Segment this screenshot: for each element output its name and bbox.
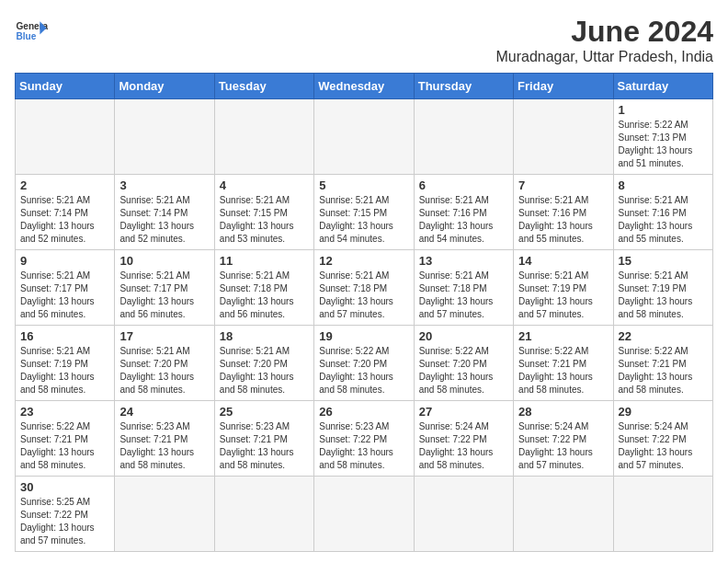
calendar-cell: 27Sunrise: 5:24 AM Sunset: 7:22 PM Dayli… (414, 401, 513, 477)
day-info: Sunrise: 5:21 AM Sunset: 7:16 PM Dayligh… (619, 194, 708, 246)
calendar-cell: 9Sunrise: 5:21 AM Sunset: 7:17 PM Daylig… (16, 250, 115, 326)
day-info: Sunrise: 5:21 AM Sunset: 7:18 PM Dayligh… (319, 270, 408, 321)
day-info: Sunrise: 5:21 AM Sunset: 7:16 PM Dayligh… (419, 194, 508, 246)
calendar-cell: 13Sunrise: 5:21 AM Sunset: 7:18 PM Dayli… (414, 250, 513, 326)
calendar-cell: 20Sunrise: 5:22 AM Sunset: 7:20 PM Dayli… (414, 326, 513, 401)
calendar-cell: 7Sunrise: 5:21 AM Sunset: 7:16 PM Daylig… (514, 175, 613, 250)
day-number: 16 (20, 329, 109, 343)
day-info: Sunrise: 5:21 AM Sunset: 7:16 PM Dayligh… (518, 194, 608, 246)
calendar-cell: 15Sunrise: 5:21 AM Sunset: 7:19 PM Dayli… (613, 250, 712, 326)
day-number: 22 (619, 329, 708, 343)
day-number: 2 (20, 178, 109, 192)
calendar-cell (514, 99, 613, 175)
calendar-cell: 25Sunrise: 5:23 AM Sunset: 7:21 PM Dayli… (214, 401, 313, 477)
page-header: General Blue June 2024 Muradnagar, Uttar… (15, 15, 713, 65)
calendar-cell: 28Sunrise: 5:24 AM Sunset: 7:22 PM Dayli… (514, 401, 613, 477)
calendar-cell: 14Sunrise: 5:21 AM Sunset: 7:19 PM Dayli… (514, 250, 613, 326)
col-header-wednesday: Wednesday (314, 74, 414, 99)
calendar-cell (314, 477, 414, 552)
calendar-cell: 22Sunrise: 5:22 AM Sunset: 7:21 PM Dayli… (613, 326, 712, 401)
day-number: 13 (419, 254, 508, 268)
day-info: Sunrise: 5:22 AM Sunset: 7:20 PM Dayligh… (319, 345, 408, 396)
day-number: 14 (518, 254, 608, 268)
day-number: 20 (419, 329, 508, 343)
day-info: Sunrise: 5:21 AM Sunset: 7:19 PM Dayligh… (518, 270, 608, 321)
calendar-cell: 21Sunrise: 5:22 AM Sunset: 7:21 PM Dayli… (514, 326, 613, 401)
day-number: 17 (119, 329, 209, 343)
day-info: Sunrise: 5:24 AM Sunset: 7:22 PM Dayligh… (518, 420, 608, 472)
day-number: 29 (619, 405, 708, 419)
day-info: Sunrise: 5:21 AM Sunset: 7:18 PM Dayligh… (220, 270, 309, 321)
calendar-cell (314, 99, 414, 175)
svg-text:Blue: Blue (16, 31, 36, 41)
day-number: 5 (319, 178, 408, 192)
day-info: Sunrise: 5:24 AM Sunset: 7:22 PM Dayligh… (419, 420, 508, 472)
calendar-cell: 6Sunrise: 5:21 AM Sunset: 7:16 PM Daylig… (414, 175, 513, 250)
day-number: 25 (220, 405, 309, 419)
day-info: Sunrise: 5:21 AM Sunset: 7:17 PM Dayligh… (119, 270, 209, 321)
day-number: 8 (619, 178, 708, 192)
day-number: 30 (20, 480, 109, 494)
calendar-cell: 23Sunrise: 5:22 AM Sunset: 7:21 PM Dayli… (16, 401, 115, 477)
calendar-week-6: 30Sunrise: 5:25 AM Sunset: 7:22 PM Dayli… (16, 477, 713, 552)
col-header-monday: Monday (115, 74, 214, 99)
logo: General Blue (15, 15, 48, 48)
calendar-week-1: 1Sunrise: 5:22 AM Sunset: 7:13 PM Daylig… (16, 99, 713, 175)
day-info: Sunrise: 5:25 AM Sunset: 7:22 PM Dayligh… (20, 496, 109, 547)
calendar-cell: 11Sunrise: 5:21 AM Sunset: 7:18 PM Dayli… (214, 250, 313, 326)
day-info: Sunrise: 5:21 AM Sunset: 7:14 PM Dayligh… (20, 194, 109, 246)
day-info: Sunrise: 5:22 AM Sunset: 7:21 PM Dayligh… (518, 345, 608, 396)
calendar-cell: 24Sunrise: 5:23 AM Sunset: 7:21 PM Dayli… (115, 401, 214, 477)
calendar-cell: 2Sunrise: 5:21 AM Sunset: 7:14 PM Daylig… (16, 175, 115, 250)
calendar-week-4: 16Sunrise: 5:21 AM Sunset: 7:19 PM Dayli… (16, 326, 713, 401)
day-info: Sunrise: 5:21 AM Sunset: 7:19 PM Dayligh… (20, 345, 109, 396)
day-info: Sunrise: 5:23 AM Sunset: 7:21 PM Dayligh… (220, 420, 309, 472)
calendar-cell: 19Sunrise: 5:22 AM Sunset: 7:20 PM Dayli… (314, 326, 414, 401)
day-number: 19 (319, 329, 408, 343)
day-info: Sunrise: 5:21 AM Sunset: 7:15 PM Dayligh… (220, 194, 309, 246)
calendar-cell (613, 477, 712, 552)
calendar-cell (414, 99, 513, 175)
day-info: Sunrise: 5:21 AM Sunset: 7:17 PM Dayligh… (20, 270, 109, 321)
calendar-cell: 18Sunrise: 5:21 AM Sunset: 7:20 PM Dayli… (214, 326, 313, 401)
calendar-cell (514, 477, 613, 552)
calendar-cell: 12Sunrise: 5:21 AM Sunset: 7:18 PM Dayli… (314, 250, 414, 326)
day-number: 12 (319, 254, 408, 268)
calendar-cell: 3Sunrise: 5:21 AM Sunset: 7:14 PM Daylig… (115, 175, 214, 250)
calendar-cell: 8Sunrise: 5:21 AM Sunset: 7:16 PM Daylig… (613, 175, 712, 250)
calendar-cell (16, 99, 115, 175)
day-number: 11 (220, 254, 309, 268)
calendar-cell: 30Sunrise: 5:25 AM Sunset: 7:22 PM Dayli… (16, 477, 115, 552)
day-number: 10 (119, 254, 209, 268)
day-number: 15 (619, 254, 708, 268)
day-number: 1 (619, 103, 708, 117)
col-header-friday: Friday (514, 74, 613, 99)
month-title: June 2024 (495, 15, 713, 49)
day-number: 4 (220, 178, 309, 192)
col-header-saturday: Saturday (613, 74, 712, 99)
logo-icon: General Blue (15, 15, 48, 48)
day-number: 24 (119, 405, 209, 419)
calendar-cell: 29Sunrise: 5:24 AM Sunset: 7:22 PM Dayli… (613, 401, 712, 477)
calendar-cell: 17Sunrise: 5:21 AM Sunset: 7:20 PM Dayli… (115, 326, 214, 401)
day-number: 9 (20, 254, 109, 268)
calendar-cell: 16Sunrise: 5:21 AM Sunset: 7:19 PM Dayli… (16, 326, 115, 401)
day-number: 23 (20, 405, 109, 419)
day-number: 26 (319, 405, 408, 419)
calendar-table: SundayMondayTuesdayWednesdayThursdayFrid… (15, 73, 713, 552)
calendar-cell (115, 477, 214, 552)
calendar-cell (414, 477, 513, 552)
day-number: 6 (419, 178, 508, 192)
day-info: Sunrise: 5:22 AM Sunset: 7:21 PM Dayligh… (20, 420, 109, 472)
day-info: Sunrise: 5:24 AM Sunset: 7:22 PM Dayligh… (619, 420, 708, 472)
calendar-cell (214, 99, 313, 175)
calendar-header-row: SundayMondayTuesdayWednesdayThursdayFrid… (16, 74, 713, 99)
day-info: Sunrise: 5:21 AM Sunset: 7:19 PM Dayligh… (619, 270, 708, 321)
day-info: Sunrise: 5:22 AM Sunset: 7:13 PM Dayligh… (619, 119, 708, 170)
day-info: Sunrise: 5:22 AM Sunset: 7:21 PM Dayligh… (619, 345, 708, 396)
title-block: June 2024 Muradnagar, Uttar Pradesh, Ind… (495, 15, 713, 65)
day-info: Sunrise: 5:21 AM Sunset: 7:20 PM Dayligh… (220, 345, 309, 396)
day-info: Sunrise: 5:23 AM Sunset: 7:22 PM Dayligh… (319, 420, 408, 472)
day-number: 3 (119, 178, 209, 192)
calendar-cell: 26Sunrise: 5:23 AM Sunset: 7:22 PM Dayli… (314, 401, 414, 477)
